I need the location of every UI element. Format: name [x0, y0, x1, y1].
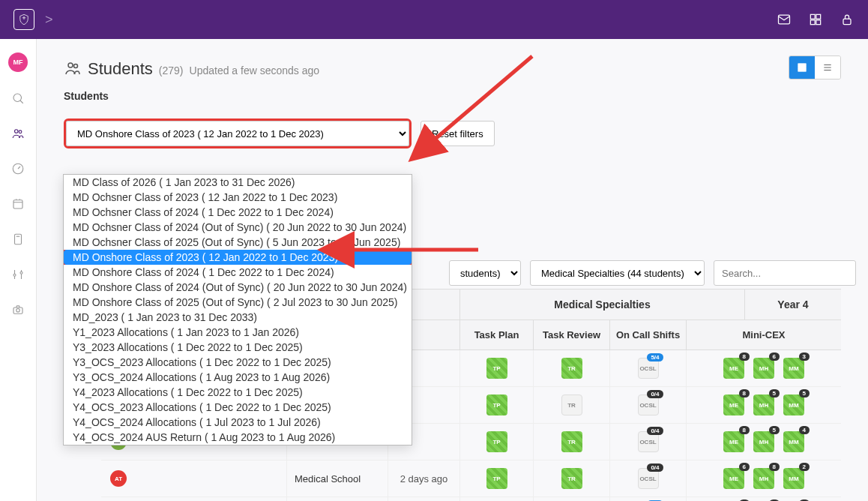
- count-badge: 5/4: [647, 353, 663, 362]
- th-group-medspec: Medical Specialties: [459, 290, 744, 320]
- student-avatar: AT: [110, 470, 127, 487]
- th-task-plan[interactable]: Task Plan: [459, 320, 533, 350]
- svg-rect-2: [816, 14, 821, 19]
- svg-rect-10: [13, 200, 22, 208]
- count-badge: 8: [739, 426, 750, 434]
- count-badge: 8: [739, 389, 750, 398]
- dropdown-option[interactable]: MD_2023 ( 1 Jan 2023 to 31 Dec 2033): [64, 310, 412, 325]
- count-badge: 4: [799, 426, 810, 434]
- status-badge[interactable]: OCSL0/4: [638, 394, 659, 416]
- dropdown-option[interactable]: Y4_2023 Allocations ( 1 Dec 2022 to 1 De…: [64, 385, 412, 400]
- status-badge[interactable]: MM4: [783, 431, 804, 452]
- gauge-icon: [11, 162, 25, 176]
- status-badge[interactable]: ME8: [723, 358, 744, 379]
- app-header: >: [0, 0, 868, 39]
- shield-icon: [17, 13, 31, 26]
- status-badge[interactable]: MH5: [753, 394, 774, 416]
- count-badge: 2: [799, 463, 810, 471]
- svg-point-13: [16, 309, 20, 313]
- status-badge[interactable]: MH8: [753, 468, 774, 489]
- svg-point-8: [19, 130, 22, 134]
- breadcrumb-chevron: >: [45, 12, 53, 28]
- secondary-filters: students) Medical Specialties (44 studen…: [449, 260, 841, 286]
- count-badge: 0/4: [647, 464, 663, 472]
- nav-calculator[interactable]: [11, 232, 25, 248]
- students-icon: [64, 59, 82, 77]
- nav-tools[interactable]: [11, 268, 25, 284]
- status-badge[interactable]: TP: [486, 394, 507, 416]
- grid-icon: [797, 62, 807, 73]
- count-badge: 5: [769, 426, 780, 434]
- dropdown-option[interactable]: MD Onshore Class of 2024 (Out of Sync) (…: [64, 280, 412, 295]
- camera-icon: [11, 303, 25, 316]
- count-badge: 6: [769, 352, 780, 361]
- th-task-review[interactable]: Task Review: [533, 320, 609, 350]
- dropdown-option[interactable]: Y3_OCS_2024 Allocations ( 1 Aug 2023 to …: [64, 370, 412, 385]
- th-on-call[interactable]: On Call Shifts: [609, 320, 686, 350]
- sliders-icon: [11, 268, 25, 281]
- status-badge[interactable]: MM2: [783, 468, 804, 489]
- specialty-select[interactable]: Medical Specialties (44 students): [530, 260, 705, 286]
- count-badge: 6: [739, 463, 750, 471]
- svg-rect-0: [779, 15, 790, 24]
- status-badge[interactable]: OCSL5/4: [638, 358, 659, 379]
- dropdown-option[interactable]: MD Onshore Class of 2024 ( 1 Dec 2022 to…: [64, 265, 412, 280]
- user-avatar[interactable]: MF: [8, 52, 28, 72]
- status-badge[interactable]: TP: [486, 431, 507, 452]
- table-row[interactable]: ATMedical School2 days agoTPTROCSL0/4ME6…: [101, 460, 841, 497]
- dropdown-option[interactable]: Y3_OCS_2023 Allocations ( 1 Dec 2022 to …: [64, 355, 412, 370]
- status-badge[interactable]: ME8: [723, 431, 744, 452]
- status-badge[interactable]: MH6: [753, 358, 774, 379]
- count-badge: 0/4: [647, 390, 663, 398]
- th-group-year4: Year 4: [744, 290, 841, 320]
- nav-students[interactable]: [11, 127, 25, 142]
- dropdown-option[interactable]: Y4_OCS_2023 Allocations ( 1 Dec 2022 to …: [64, 400, 412, 415]
- status-badge[interactable]: ME8: [723, 394, 744, 416]
- nav-calendar[interactable]: [11, 197, 25, 213]
- students-count-select[interactable]: students): [449, 260, 521, 286]
- grid-view-button[interactable]: [789, 56, 815, 79]
- count-badge: 8: [769, 463, 780, 471]
- status-badge[interactable]: TP: [486, 358, 507, 379]
- status-badge[interactable]: MH5: [753, 431, 774, 452]
- status-badge[interactable]: MM5: [783, 394, 804, 416]
- status-badge[interactable]: TR: [561, 394, 582, 416]
- annotation-arrow-1: [420, 49, 540, 156]
- cohort-select[interactable]: MD Onshore Class of 2023 ( 12 Jan 2022 t…: [66, 121, 409, 146]
- dropdown-option[interactable]: Y1_2023 Allocations ( 1 Jan 2023 to 1 Ja…: [64, 325, 412, 340]
- status-badge[interactable]: ME6: [723, 468, 744, 489]
- th-mini-cex[interactable]: Mini-CEX: [686, 320, 841, 350]
- view-toggle: [789, 56, 841, 80]
- dropdown-option[interactable]: MD Ochsner Class of 2023 ( 12 Jan 2022 t…: [64, 190, 412, 205]
- status-badge[interactable]: TP: [486, 468, 507, 489]
- status-badge[interactable]: OCSL0/4: [638, 468, 659, 489]
- svg-rect-11: [15, 234, 22, 244]
- annotation-arrow-2: [336, 238, 486, 263]
- status-badge[interactable]: OCSL0/4: [638, 431, 659, 452]
- mail-icon[interactable]: [777, 12, 792, 27]
- brand-logo[interactable]: [13, 9, 34, 30]
- dropdown-option[interactable]: Y4_OCS_2024 AUS Return ( 1 Aug 2023 to 1…: [64, 430, 412, 445]
- dropdown-option[interactable]: MD Onshore Class of 2025 (Out of Sync) (…: [64, 295, 412, 310]
- table-row[interactable]: BDMedical School4 days agoTPTROCSL4/4ME8…: [101, 497, 841, 501]
- dropdown-option[interactable]: Y4_OCS_2024 Allocations ( 1 Jul 2023 to …: [64, 415, 412, 430]
- nav-camera[interactable]: [11, 303, 25, 319]
- apps-icon[interactable]: [808, 12, 823, 27]
- search-input[interactable]: [714, 260, 856, 286]
- nav-dashboard[interactable]: [11, 162, 25, 178]
- list-view-button[interactable]: [815, 56, 840, 79]
- nav-search[interactable]: [11, 92, 25, 107]
- status-badge[interactable]: TR: [561, 358, 582, 379]
- dropdown-option[interactable]: MD Ochsner Class of 2024 (Out of Sync) (…: [64, 220, 412, 235]
- cell-last-active: 4 days ago: [388, 497, 459, 501]
- dropdown-option[interactable]: MD Ochsner Class of 2024 ( 1 Dec 2022 to…: [64, 205, 412, 220]
- status-badge[interactable]: TR: [561, 468, 582, 489]
- lock-icon[interactable]: [840, 12, 855, 27]
- svg-point-7: [15, 130, 19, 134]
- svg-point-14: [68, 63, 73, 68]
- status-badge[interactable]: TR: [561, 431, 582, 452]
- dropdown-option[interactable]: Y3_2023 Allocations ( 1 Dec 2022 to 1 De…: [64, 340, 412, 355]
- cohort-dropdown-list[interactable]: MD Class of 2026 ( 1 Jan 2023 to 31 Dec …: [63, 174, 412, 446]
- dropdown-option[interactable]: MD Class of 2026 ( 1 Jan 2023 to 31 Dec …: [64, 175, 412, 190]
- status-badge[interactable]: MM3: [783, 358, 804, 379]
